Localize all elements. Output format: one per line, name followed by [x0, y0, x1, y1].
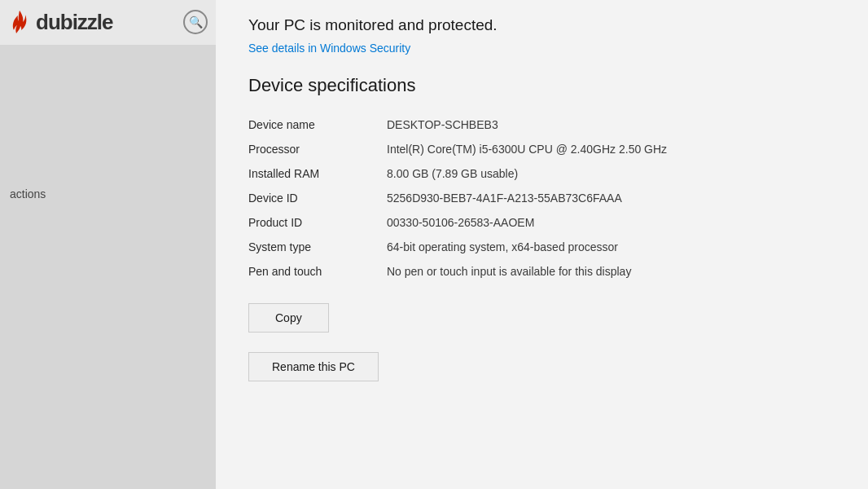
table-row: Device ID5256D930-BEB7-4A1F-A213-55AB73C… — [248, 186, 835, 210]
buttons-row: Copy Rename this PC — [248, 303, 835, 381]
spec-label: Device name — [248, 112, 387, 137]
status-bar: Your PC is monitored and protected. See … — [248, 16, 835, 55]
rename-button[interactable]: Rename this PC — [248, 352, 379, 381]
table-row: Pen and touchNo pen or touch input is av… — [248, 259, 835, 284]
spec-value: 8.00 GB (7.89 GB usable) — [387, 161, 835, 186]
logo-area: dubizzle 🔍 — [0, 0, 216, 45]
actions-label: actions — [10, 187, 46, 200]
spec-value: Intel(R) Core(TM) i5-6300U CPU @ 2.40GHz… — [387, 137, 835, 161]
spec-value: 5256D930-BEB7-4A1F-A213-55AB73C6FAAA — [387, 186, 835, 210]
spec-value: 00330-50106-26583-AAOEM — [387, 210, 835, 235]
spec-label: Device ID — [248, 186, 387, 210]
spec-table: Device nameDESKTOP-SCHBEB3ProcessorIntel… — [248, 112, 835, 284]
table-row: Product ID00330-50106-26583-AAOEM — [248, 210, 835, 235]
spec-label: Pen and touch — [248, 259, 387, 284]
spec-label: Processor — [248, 137, 387, 161]
table-row: Device nameDESKTOP-SCHBEB3 — [248, 112, 835, 137]
flame-icon — [10, 11, 29, 35]
section-title: Device specifications — [248, 75, 835, 96]
spec-label: Installed RAM — [248, 161, 387, 186]
left-panel: dubizzle 🔍 actions — [0, 0, 216, 489]
search-icon[interactable]: 🔍 — [183, 10, 208, 34]
spec-label: Product ID — [248, 210, 387, 235]
table-row: Installed RAM8.00 GB (7.89 GB usable) — [248, 161, 835, 186]
main-content: Your PC is monitored and protected. See … — [216, 0, 868, 489]
spec-value: No pen or touch input is available for t… — [387, 259, 835, 284]
table-row: System type64-bit operating system, x64-… — [248, 235, 835, 259]
copy-button[interactable]: Copy — [248, 303, 329, 333]
status-title: Your PC is monitored and protected. — [248, 16, 835, 34]
spec-value: 64-bit operating system, x64-based proce… — [387, 235, 835, 259]
table-row: ProcessorIntel(R) Core(TM) i5-6300U CPU … — [248, 137, 835, 161]
spec-label: System type — [248, 235, 387, 259]
spec-value: DESKTOP-SCHBEB3 — [387, 112, 835, 137]
security-link[interactable]: See details in Windows Security — [248, 42, 410, 55]
logo-text: dubizzle — [36, 10, 113, 35]
